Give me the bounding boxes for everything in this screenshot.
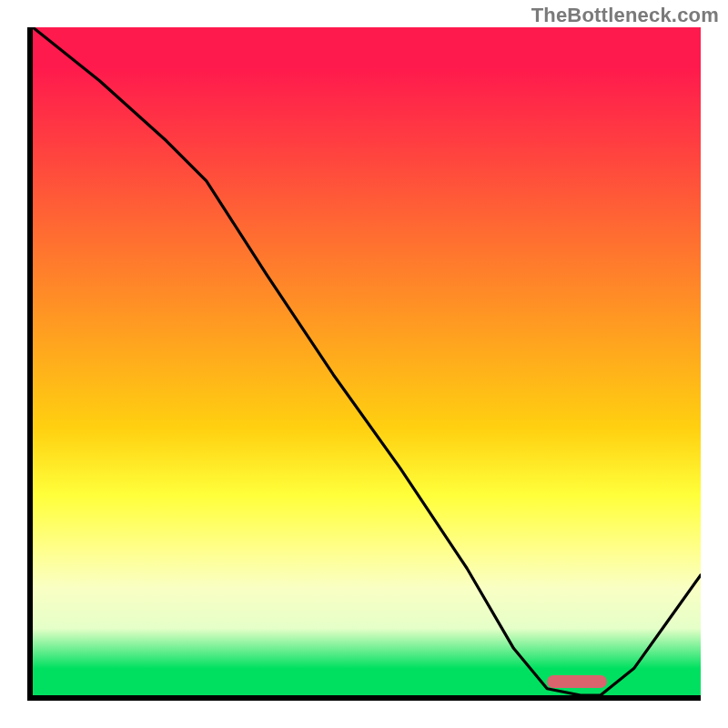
source-attribution: TheBottleneck.com (531, 4, 719, 27)
plot-area (27, 27, 701, 701)
optimal-range-marker (547, 675, 607, 688)
chart-container: TheBottleneck.com (0, 0, 728, 728)
bottleneck-curve (33, 27, 701, 695)
